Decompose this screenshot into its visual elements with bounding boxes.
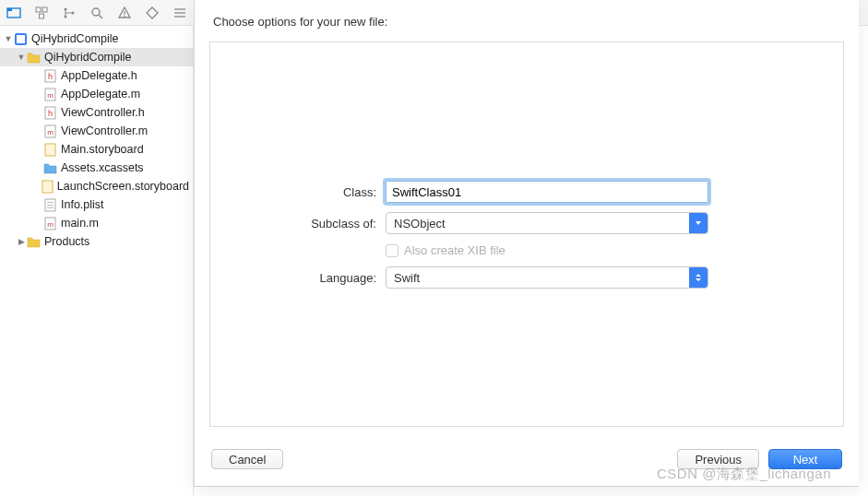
debug-navigator-icon[interactable] xyxy=(172,5,188,21)
impl-file-icon: m xyxy=(42,124,57,138)
products-node[interactable]: ▶ Products xyxy=(0,232,193,251)
svg-rect-16 xyxy=(17,35,25,43)
file-node[interactable]: hViewController.h xyxy=(0,103,193,122)
language-label: Language: xyxy=(238,271,386,285)
impl-file-icon: m xyxy=(42,216,57,230)
svg-text:h: h xyxy=(47,109,52,118)
chevron-down-icon[interactable] xyxy=(689,213,707,233)
create-xib-checkbox xyxy=(386,244,398,257)
disclosure-triangle-icon[interactable]: ▼ xyxy=(4,34,13,43)
svg-rect-25 xyxy=(45,144,55,156)
issue-navigator-icon[interactable] xyxy=(116,5,133,21)
svg-point-8 xyxy=(92,8,100,16)
file-label: LaunchScreen.storyboard xyxy=(57,180,189,193)
file-node[interactable]: mAppDelegate.m xyxy=(0,85,193,103)
language-select[interactable]: Swift xyxy=(386,266,708,289)
file-node[interactable]: mViewController.m xyxy=(0,122,193,140)
sheet-title: Choose options for your new file: xyxy=(195,0,859,38)
header-file-icon: h xyxy=(42,105,57,120)
impl-file-icon: m xyxy=(42,87,57,101)
subclass-combobox[interactable]: NSObject xyxy=(386,212,708,234)
xcode-project-icon xyxy=(13,31,28,46)
svg-rect-26 xyxy=(42,181,53,193)
svg-point-11 xyxy=(124,15,125,17)
file-label: Assets.xcassets xyxy=(61,161,144,174)
assets-file-icon xyxy=(42,160,57,175)
sheet-body: Class: Subclass of: NSObject Also create… xyxy=(209,41,844,427)
find-navigator-icon[interactable] xyxy=(89,5,105,21)
test-navigator-icon[interactable] xyxy=(144,5,161,21)
svg-rect-28 xyxy=(47,202,54,203)
file-node[interactable]: hAppDelegate.h xyxy=(0,66,193,85)
svg-rect-3 xyxy=(42,7,47,12)
header-file-icon: h xyxy=(42,68,57,83)
disclosure-triangle-icon[interactable]: ▶ xyxy=(17,237,26,246)
file-label: Info.plist xyxy=(61,198,104,211)
language-value: Swift xyxy=(386,271,689,285)
file-node[interactable]: Info.plist xyxy=(0,195,193,214)
svg-text:h: h xyxy=(47,72,52,81)
file-label: AppDelegate.m xyxy=(61,88,140,100)
group-node[interactable]: ▼ QiHybridCompile xyxy=(0,48,193,66)
plist-file-icon xyxy=(42,197,57,212)
file-node[interactable]: Main.storyboard xyxy=(0,140,193,159)
svg-text:m: m xyxy=(47,91,54,100)
svg-rect-29 xyxy=(47,205,54,206)
storyboard-file-icon xyxy=(42,142,57,157)
symbol-navigator-icon[interactable] xyxy=(61,5,77,21)
file-node[interactable]: Assets.xcassets xyxy=(0,159,193,177)
svg-line-9 xyxy=(99,15,102,18)
subclass-label: Subclass of: xyxy=(238,217,386,230)
class-name-input[interactable] xyxy=(386,181,708,203)
disclosure-triangle-icon[interactable]: ▼ xyxy=(17,53,26,62)
svg-rect-2 xyxy=(36,7,41,12)
class-label: Class: xyxy=(238,185,386,199)
svg-text:m: m xyxy=(47,220,54,229)
subclass-value: NSObject xyxy=(386,217,689,230)
project-navigator: ▼ QiHybridCompile ▼ QiHybridCompile hApp… xyxy=(0,26,194,496)
svg-rect-30 xyxy=(47,207,54,208)
file-node[interactable]: mmain.m xyxy=(0,214,193,232)
file-label: Main.storyboard xyxy=(61,143,144,156)
file-label: ViewController.h xyxy=(61,106,145,119)
svg-text:m: m xyxy=(47,128,54,136)
project-node[interactable]: ▼ QiHybridCompile xyxy=(0,30,193,48)
svg-rect-1 xyxy=(7,8,12,11)
project-label: QiHybridCompile xyxy=(31,32,118,45)
cancel-button[interactable]: Cancel xyxy=(211,449,283,469)
svg-rect-4 xyxy=(40,14,44,18)
project-navigator-icon[interactable] xyxy=(6,5,22,21)
create-xib-label: Also create XIB file xyxy=(404,243,505,257)
folder-icon xyxy=(26,50,41,65)
products-label: Products xyxy=(44,235,89,248)
previous-button[interactable]: Previous xyxy=(677,449,759,469)
new-file-options-sheet: Choose options for your new file: Class:… xyxy=(194,0,859,487)
chevron-updown-icon[interactable] xyxy=(689,267,707,288)
next-button[interactable]: Next xyxy=(768,449,842,469)
file-label: ViewController.m xyxy=(61,124,148,137)
file-label: AppDelegate.h xyxy=(61,69,137,82)
group-label: QiHybridCompile xyxy=(44,51,131,64)
file-node[interactable]: LaunchScreen.storyboard xyxy=(0,177,193,195)
folder-icon xyxy=(26,234,41,249)
storyboard-file-icon xyxy=(41,179,53,194)
file-label: main.m xyxy=(61,217,99,230)
source-control-icon[interactable] xyxy=(33,5,50,21)
